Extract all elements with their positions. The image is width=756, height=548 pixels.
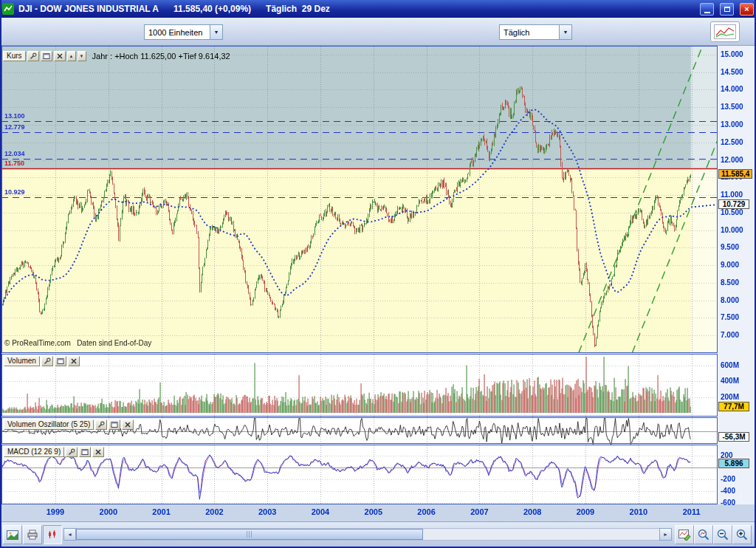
restore-icon	[724, 7, 730, 12]
minimize-icon	[704, 12, 710, 13]
window-icon	[81, 448, 89, 456]
chevron-down-icon: ▼	[210, 25, 222, 39]
close-icon	[56, 52, 63, 60]
oscillator-close-button[interactable]	[122, 419, 134, 430]
window-icon	[43, 52, 50, 60]
volume-panel-header: Volumen	[4, 355, 80, 366]
zoom-out-icon	[717, 529, 729, 541]
close-icon	[124, 421, 131, 428]
printer-icon	[27, 530, 38, 540]
zoom-out-button[interactable]	[713, 525, 732, 544]
macd-settings-button[interactable]	[66, 447, 78, 457]
timeframe-dropdown[interactable]: Täglich ▼	[499, 24, 572, 40]
minimize-button[interactable]	[700, 3, 714, 16]
price-window-button[interactable]	[41, 51, 52, 61]
scroll-left-button[interactable]: ◄	[63, 528, 76, 541]
close-button[interactable]: ×	[740, 3, 754, 16]
timeframe-dropdown-value: Täglich	[500, 28, 559, 37]
red-candles-icon	[47, 530, 58, 540]
units-dropdown-value: 1000 Einheiten	[145, 28, 210, 37]
window-icon	[57, 357, 64, 365]
zoom-in-icon	[736, 529, 748, 541]
macd-window-button[interactable]	[79, 447, 91, 457]
main-toolbar: 1000 Einheiten ▼ Täglich ▼	[0, 18, 756, 46]
macd-panel-label: MACD (12 26 9)	[4, 447, 64, 457]
zoom-in-button[interactable]	[732, 525, 752, 544]
indicator-tool-button[interactable]	[43, 525, 62, 544]
scroll-right-button[interactable]: ►	[659, 528, 672, 541]
oscillator-panel-header: Volumen Oszillator (5 25)	[4, 419, 134, 430]
volume-panel-label: Volumen	[4, 356, 40, 366]
restore-button[interactable]	[720, 3, 734, 16]
scrollbar-thumb[interactable]	[76, 529, 423, 540]
app-icon	[2, 3, 14, 15]
window-border-left	[0, 0, 1, 548]
price-panel-label: Kurs	[3, 51, 26, 61]
zoom-selection-button[interactable]	[694, 525, 713, 544]
price-panel-header: Kurs ▲ ▼ Jahr : +Hoch 11.625,00 +Tief 9.…	[3, 50, 230, 61]
oscillator-window-button[interactable]	[109, 419, 120, 430]
application-window: DJI - DOW JONES INDUSTRIAL A 11.585,40 (…	[0, 0, 756, 548]
macd-close-button[interactable]	[92, 447, 104, 457]
title-last-price: 11.585,40 (+0,09%)	[173, 4, 251, 14]
close-icon	[70, 357, 78, 365]
chart-canvas[interactable]	[0, 0, 756, 548]
zoom-chart-icon	[698, 529, 709, 541]
price-settings-button[interactable]	[27, 51, 39, 61]
chart-pencil-icon	[678, 529, 691, 541]
price-move-up-button[interactable]: ▲	[67, 51, 76, 61]
volume-settings-button[interactable]	[41, 356, 53, 366]
year-high-low-info: Jahr : +Hoch 11.625,00 +Tief 9.614,32	[92, 52, 230, 61]
volume-window-button[interactable]	[55, 356, 66, 366]
price-move-down-button[interactable]: ▼	[78, 51, 86, 61]
chevron-down-icon: ▼	[559, 25, 571, 39]
wrench-icon	[44, 357, 51, 365]
chart-edit-button[interactable]	[675, 525, 694, 544]
window-icon	[111, 421, 118, 428]
chart-settings-button[interactable]	[710, 21, 740, 42]
window-title: DJI - DOW JONES INDUSTRIAL A	[18, 4, 159, 14]
scrollbar-grip-icon	[247, 531, 253, 538]
bottom-toolbar: ◄ ►	[0, 521, 756, 548]
volume-close-button[interactable]	[68, 356, 80, 366]
copyright-text: © ProRealTime.com Daten sind End-of-Day	[4, 339, 151, 347]
wrench-icon	[97, 421, 105, 428]
mini-chart-icon	[714, 24, 736, 39]
image-icon	[7, 530, 18, 540]
title-bar: DJI - DOW JONES INDUSTRIAL A 11.585,40 (…	[0, 0, 756, 18]
horizontal-scrollbar[interactable]: ◄ ►	[63, 528, 672, 541]
oscillator-settings-button[interactable]	[95, 419, 107, 430]
price-close-button[interactable]	[54, 51, 66, 61]
wrench-icon	[30, 52, 37, 60]
wrench-icon	[68, 448, 75, 456]
close-icon	[94, 448, 102, 456]
macd-panel-header: MACD (12 26 9)	[4, 446, 104, 457]
units-dropdown[interactable]: 1000 Einheiten ▼	[144, 24, 223, 40]
print-button[interactable]	[23, 525, 42, 544]
export-image-button[interactable]	[3, 525, 22, 544]
title-timeframe: Täglich 29 Dez	[266, 4, 330, 14]
scrollbar-track[interactable]	[76, 528, 659, 541]
oscillator-panel-label: Volumen Oszillator (5 25)	[4, 419, 94, 430]
